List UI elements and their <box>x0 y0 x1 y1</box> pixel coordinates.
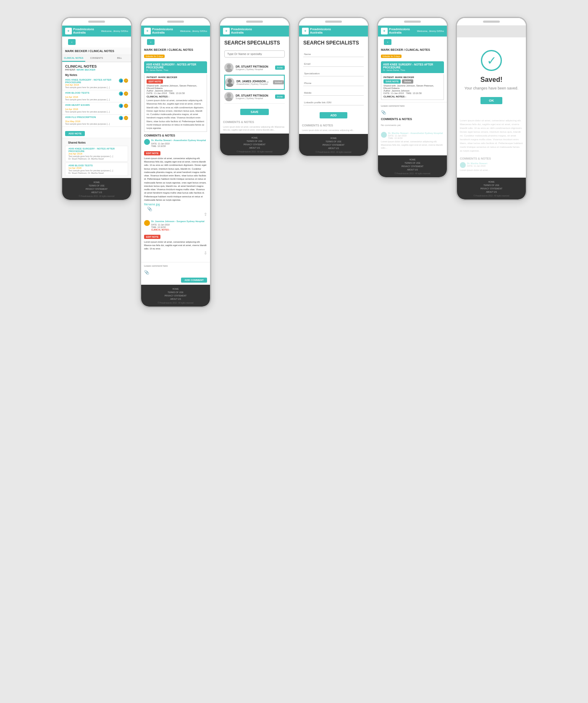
bg-comments-5: Dr. Martha Stewart - Anaesthetist Sydney… <box>378 130 447 155</box>
specialist-avatar-2 <box>225 78 234 87</box>
check-mark-6: ✓ <box>487 54 496 68</box>
bg-comments-6: COMMENTS & NOTES Dr. Martha Stewart DATE… <box>457 155 526 178</box>
search-input-3[interactable] <box>224 50 285 58</box>
footer-copy-6: © Preadmissions 2013 - All rights reserv… <box>459 195 523 197</box>
footer-copy-1: © Preadmissions 2013 - All rights reserv… <box>65 195 129 197</box>
footer-5: HOME TERMS OF USE PRIVACY STATEMENT ABOU… <box>378 155 447 177</box>
footer-about-4[interactable]: ABOUT US <box>302 147 365 150</box>
svg-point-4 <box>227 93 231 97</box>
patient-name-1: MARK BECKER <box>76 68 95 71</box>
footer-about-5[interactable]: ABOUT US <box>381 168 444 171</box>
phone-top-bar-3 <box>220 18 289 26</box>
phone-top-bar-1 <box>62 18 131 26</box>
note-item-4[interactable]: #009 FLU PRESCRIPTION 👤 🔒 31st May 2018 … <box>62 115 131 127</box>
footer-terms-5[interactable]: TERMS OF USE <box>381 161 444 165</box>
footer-about-6[interactable]: ABOUT US <box>459 190 523 194</box>
comment-avatar-2 <box>144 220 150 226</box>
footer-privacy-4[interactable]: PRIVACY STATEMENT <box>302 143 365 147</box>
footer-4: HOME TERMS OF USE PRIVACY STATEMENT ABOU… <box>299 134 368 156</box>
footer-privacy-1[interactable]: PRIVACY STATEMENT <box>65 187 129 191</box>
add-note-button-1[interactable]: ADD NOTE <box>65 131 85 136</box>
saved-subtitle-6: Your changes have been saved. <box>465 86 518 90</box>
invite-button-1[interactable]: Invite <box>275 66 285 70</box>
note-item-1[interactable]: #001 KNEE SURGERY - NOTES AFTER PROCEDUR… <box>62 77 131 90</box>
add-comment-button-2[interactable]: ADD COMMENT <box>181 278 207 283</box>
speaker-5 <box>404 21 421 23</box>
footer-home-6[interactable]: HOME <box>459 180 523 184</box>
app-header-4: + Preadmissions Australia <box>299 26 368 37</box>
breadcrumb-2: MARK BECKER / CLINICAL NOTES Editable fo… <box>141 47 210 60</box>
leave-comment-input-5[interactable] <box>378 102 447 109</box>
footer-about-3[interactable]: ABOUT US <box>223 146 286 150</box>
save-note-button-5[interactable]: SAVE NOTE <box>383 79 401 84</box>
comment-avatar-1 <box>144 139 150 145</box>
back-button-5[interactable]: ‹ <box>384 39 391 45</box>
note-item-2[interactable]: #006 BLOOD TESTS 👤 🔒 1st Apr 2018 Test s… <box>62 90 131 102</box>
back-btn-row-1: ‹ <box>62 37 131 47</box>
ok-button-6[interactable]: OK <box>480 97 502 104</box>
footer-about-2[interactable]: ABOUT US <box>144 297 207 301</box>
back-button-1[interactable]: ‹ <box>68 39 76 45</box>
screen-6: ✓ Saved! Your changes have been saved. O… <box>457 26 526 199</box>
shared-note-1[interactable]: #005 KNEE SURGERY - NOTES AFTER PROCEDUR… <box>65 146 128 162</box>
screen-2: + Preadmissions Australia Welcome, Jimmy… <box>141 26 210 307</box>
footer-home-3[interactable]: HOME <box>223 136 286 139</box>
app-logo-4: + Preadmissions Australia <box>302 28 331 34</box>
footer-privacy-5[interactable]: PRIVACY STATEMENT <box>381 165 444 168</box>
editable-badge-5: Editable for 3 days <box>381 55 402 58</box>
phone-5: + Preadmissions Australia Welcome, Jimmy… <box>377 17 448 178</box>
tab-clinical-notes-1[interactable]: CLINICAL NOTES <box>62 55 85 62</box>
logo-icon-4: + <box>302 28 309 34</box>
delete-button-5[interactable]: Delete <box>402 79 413 84</box>
footer-terms-1[interactable]: TERMS OF USE <box>65 184 129 187</box>
form-phone-4[interactable] <box>303 81 364 86</box>
footer-home-2[interactable]: HOME <box>144 287 207 291</box>
shared-note-2[interactable]: #006 BLOOD TESTS 1st Apr 2018 Test sampl… <box>65 163 128 176</box>
form-spec-4[interactable] <box>303 71 364 76</box>
comments-bg-4: COMMENTS & NOTES Lorem ipsum dolor sit a… <box>299 122 368 134</box>
edit-comment-btn-1[interactable]: EDIT NOTE <box>144 151 160 155</box>
form-mobile-4[interactable] <box>303 90 364 96</box>
edit-comment-btn-2[interactable]: EDIT NOTE <box>144 235 160 239</box>
footer-privacy-3[interactable]: PRIVACY STATEMENT <box>223 143 286 146</box>
footer-2: HOME TERMS OF USE PRIVACY STATEMENT ABOU… <box>141 285 210 307</box>
app-logo-3: + Preadmissions Australia <box>223 28 252 34</box>
logo-text-5: Preadmissions Australia <box>389 28 410 34</box>
specialist-avatar-1 <box>224 63 234 72</box>
form-linkedin-4[interactable] <box>303 100 364 105</box>
footer-about-1[interactable]: ABOUT US <box>65 191 129 194</box>
edit-note-button-2[interactable]: EDIT NOTE <box>147 79 163 84</box>
phone-6: ✓ Saved! Your changes have been saved. O… <box>456 17 527 201</box>
invite-button-3[interactable]: Invite <box>275 94 285 99</box>
collapse-arrow-1[interactable]: ⇧ <box>144 212 207 217</box>
comment-2: Dr. Jasmine Johnson - Surgeon Sydney Hos… <box>144 220 207 255</box>
leave-comment-input-2[interactable] <box>141 262 210 269</box>
share-icon-2: 👤 <box>119 92 123 96</box>
nav-tabs-1: CLINICAL NOTES CONSENTS BILL <box>62 55 131 62</box>
back-btn-row-5: ‹ <box>378 37 447 47</box>
expand-arrow-2[interactable]: ⇩ <box>144 251 207 255</box>
footer-terms-4[interactable]: TERMS OF USE <box>302 140 365 143</box>
footer-privacy-2[interactable]: PRIVACY STATEMENT <box>144 294 207 297</box>
footer-home-1[interactable]: HOME <box>65 181 129 184</box>
filename-link-1[interactable]: filename.jpg <box>144 203 207 206</box>
svg-point-0 <box>227 64 231 68</box>
note-item-3[interactable]: #006 HEART EXAMS 👤 🔒 1st Apr 2018 Test s… <box>62 102 131 115</box>
footer-terms-2[interactable]: TERMS OF USE <box>144 291 207 294</box>
form-email-4[interactable] <box>303 61 364 67</box>
back-button-2[interactable]: ‹ <box>147 39 155 45</box>
footer-terms-6[interactable]: TERMS OF USE <box>459 184 523 187</box>
share-icon-3: 👤 <box>119 104 123 108</box>
footer-privacy-6[interactable]: PRIVACY STATEMENT <box>459 187 523 190</box>
footer-terms-3[interactable]: TERMS OF USE <box>223 139 286 143</box>
footer-home-5[interactable]: HOME <box>381 158 444 161</box>
tab-bill-1[interactable]: BILL <box>108 55 131 62</box>
attachment-icon-1: 📎 <box>144 206 207 212</box>
save-button-3[interactable]: SAVE <box>240 109 269 115</box>
footer-home-4[interactable]: HOME <box>302 136 365 140</box>
form-name-4[interactable] <box>303 52 364 57</box>
tab-consents-1[interactable]: CONSENTS <box>85 55 108 62</box>
add-comment-row-2: ADD COMMENT <box>141 275 210 285</box>
add-button-4[interactable]: ADD <box>320 112 347 118</box>
invited-button-2[interactable]: Invited <box>273 80 284 84</box>
